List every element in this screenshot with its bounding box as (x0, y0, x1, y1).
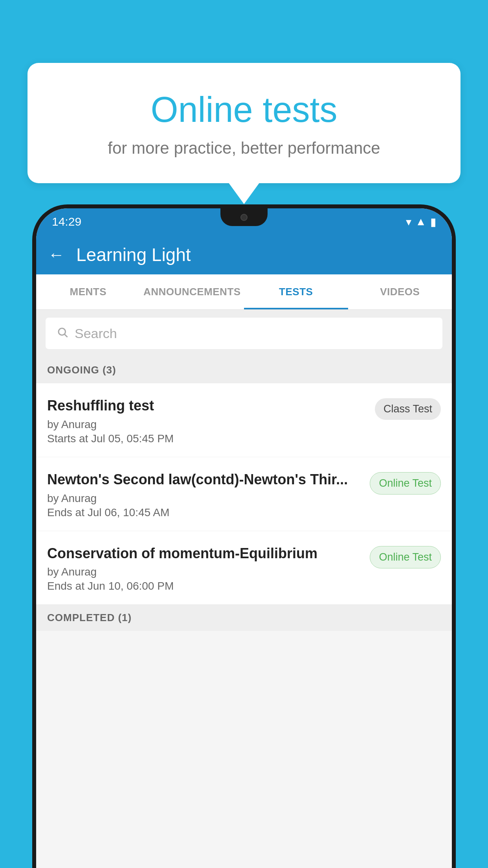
status-bar: 14:29 ▾ ▲ ▮ (36, 208, 452, 235)
test-item-3[interactable]: Conservation of momentum-Equilibrium by … (36, 531, 452, 605)
test-author-3: by Anurag (47, 566, 362, 578)
test-badge-1: Class Test (375, 398, 441, 420)
status-icons: ▾ ▲ ▮ (406, 215, 436, 228)
phone-frame: 14:29 ▾ ▲ ▮ ← Learning Light MENTS ANNOU… (32, 204, 456, 868)
completed-label: COMPLETED (1) (47, 612, 132, 623)
test-badge-3: Online Test (370, 546, 441, 568)
tab-announcements-label: ANNOUNCEMENTS (143, 286, 241, 298)
test-list: Reshuffling test by Anurag Starts at Jul… (36, 383, 452, 605)
speech-bubble-arrow (228, 182, 260, 204)
search-icon (57, 325, 68, 342)
battery-icon: ▮ (430, 215, 436, 228)
wifi-icon: ▾ (406, 215, 411, 228)
test-info-1: Reshuffling test by Anurag Starts at Jul… (47, 397, 367, 445)
test-badge-2: Online Test (370, 472, 441, 495)
svg-point-0 (59, 328, 66, 335)
test-info-3: Conservation of momentum-Equilibrium by … (47, 544, 362, 593)
tab-ments[interactable]: MENTS (36, 274, 140, 309)
search-container: Search (36, 310, 452, 357)
test-date-3: Ends at Jun 10, 06:00 PM (47, 580, 362, 592)
bubble-subtitle: for more practice, better performance (59, 139, 429, 158)
app-bar: ← Learning Light (36, 235, 452, 274)
test-author-2: by Anurag (47, 492, 362, 505)
speech-bubble: Online tests for more practice, better p… (28, 63, 460, 183)
back-button[interactable]: ← (48, 245, 64, 264)
svg-line-1 (65, 335, 68, 337)
test-item-1[interactable]: Reshuffling test by Anurag Starts at Jul… (36, 383, 452, 457)
tab-videos[interactable]: VIDEOS (348, 274, 452, 309)
phone-screen: 14:29 ▾ ▲ ▮ ← Learning Light MENTS ANNOU… (36, 208, 452, 868)
app-bar-title: Learning Light (76, 244, 191, 265)
test-author-1: by Anurag (47, 418, 367, 431)
test-date-1: Starts at Jul 05, 05:45 PM (47, 432, 367, 445)
test-title-1: Reshuffling test (47, 397, 367, 415)
test-item-2[interactable]: Newton's Second law(contd)-Newton's Thir… (36, 457, 452, 531)
status-time: 14:29 (52, 215, 81, 228)
search-box[interactable]: Search (46, 318, 442, 349)
notch-camera (240, 214, 248, 221)
tab-bar: MENTS ANNOUNCEMENTS TESTS VIDEOS (36, 274, 452, 310)
test-date-2: Ends at Jul 06, 10:45 AM (47, 506, 362, 519)
tab-tests[interactable]: TESTS (244, 274, 348, 309)
tab-ments-label: MENTS (70, 286, 107, 298)
signal-icon: ▲ (415, 215, 426, 228)
speech-bubble-wrapper: Online tests for more practice, better p… (28, 63, 460, 204)
bubble-title: Online tests (59, 90, 429, 129)
tab-videos-label: VIDEOS (380, 286, 420, 298)
notch (220, 208, 268, 226)
search-placeholder: Search (75, 326, 117, 341)
test-info-2: Newton's Second law(contd)-Newton's Thir… (47, 471, 362, 519)
tab-announcements[interactable]: ANNOUNCEMENTS (140, 274, 244, 309)
test-title-3: Conservation of momentum-Equilibrium (47, 544, 362, 563)
test-title-2: Newton's Second law(contd)-Newton's Thir… (47, 471, 362, 489)
ongoing-section-header: ONGOING (3) (36, 357, 452, 383)
completed-section-header: COMPLETED (1) (36, 605, 452, 631)
ongoing-label: ONGOING (3) (47, 364, 116, 376)
tab-tests-label: TESTS (279, 286, 313, 298)
